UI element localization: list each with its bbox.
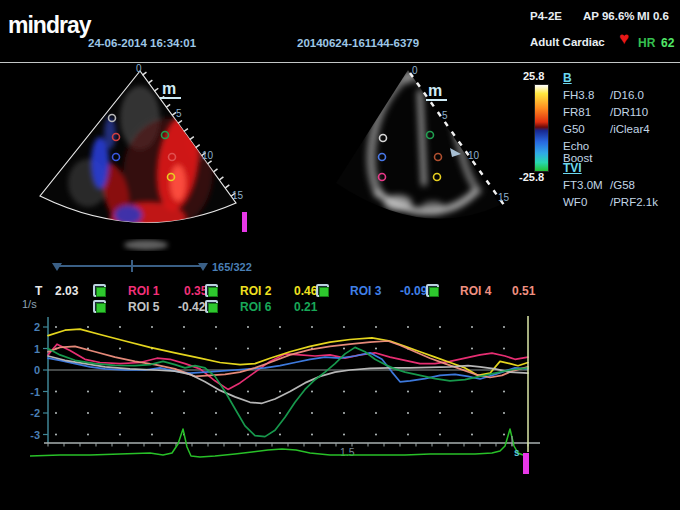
y-axis-ticks: 210-1-2-3 xyxy=(30,321,48,441)
param-row: WF0/PRF2.1k xyxy=(563,196,658,208)
acoustic-power: AP 96.6% xyxy=(583,10,635,22)
orientation-marker-underline xyxy=(160,97,181,99)
left-frame-marker xyxy=(242,212,247,232)
mindray-logo: mindray xyxy=(8,12,90,39)
colorbar-max: 25.8 xyxy=(523,70,544,82)
param-label: FH3.8 xyxy=(563,89,610,101)
param-value: /G58 xyxy=(610,179,635,191)
hr-label: HR xyxy=(638,36,655,50)
transducer-artifact xyxy=(124,240,168,250)
param-row: FR81/DR110 xyxy=(563,106,648,118)
param-row: G50/iClear4 xyxy=(563,123,650,135)
depth-label-15: 15 xyxy=(232,190,244,201)
param-value: /PRF2.1k xyxy=(610,196,658,208)
svg-text:2: 2 xyxy=(34,321,40,333)
param-label: G50 xyxy=(563,123,610,135)
svg-text:-3: -3 xyxy=(30,429,40,441)
colorbar-min: -25.8 xyxy=(519,171,544,183)
color-doppler-image[interactable]: 0 5 10 15 m xyxy=(28,63,263,253)
bmode-section-title: B xyxy=(563,71,572,85)
strain-rate-chart[interactable]: 165/322 1/s 210-1-2-3 1.5 s xyxy=(0,255,560,505)
heart-icon: ♥ xyxy=(619,33,629,45)
roi-curves xyxy=(48,329,528,437)
probe-name: P4-2E xyxy=(530,10,562,22)
svg-text:0: 0 xyxy=(34,364,40,376)
param-label: FT3.0M xyxy=(563,179,610,191)
depth-label-5: 5 xyxy=(442,110,448,121)
orientation-marker-underline xyxy=(426,99,447,101)
param-label: WF0 xyxy=(563,196,610,208)
depth-label-0: 0 xyxy=(136,63,142,74)
frame-counter: 165/322 xyxy=(212,261,252,273)
param-row: FH3.8/D16.0 xyxy=(563,89,644,101)
depth-label-0: 0 xyxy=(412,65,418,76)
ecg-frame-marker[interactable] xyxy=(523,453,529,474)
orientation-marker-icon: m xyxy=(162,80,176,97)
depth-label-10: 10 xyxy=(202,150,214,161)
svg-text:-2: -2 xyxy=(30,407,40,419)
tvi-colorbar xyxy=(534,84,549,172)
param-row: FT3.0M/G58 xyxy=(563,179,635,191)
param-value: /DR110 xyxy=(610,106,648,118)
param-label: FR81 xyxy=(563,106,610,118)
depth-label-15: 15 xyxy=(498,192,510,203)
param-value: /iClear4 xyxy=(610,123,650,135)
x-tick-label: 1.5 xyxy=(340,446,355,458)
curve-roi-4 xyxy=(48,341,528,378)
depth-label-10: 10 xyxy=(468,150,480,161)
tvi-section-title: TVI xyxy=(563,161,582,175)
exam-datetime: 24-06-2014 16:34:01 xyxy=(88,37,196,49)
exam-preset: Adult Cardiac xyxy=(530,36,605,48)
y-axis-unit: 1/s xyxy=(22,298,37,310)
grid-dots xyxy=(55,326,505,435)
orientation-marker-icon: m xyxy=(428,82,442,99)
svg-text:-1: -1 xyxy=(30,386,40,398)
ultrasound-screen: mindray 24-06-2014 16:34:01 20140624-161… xyxy=(0,0,680,510)
study-id: 20140624-161144-6379 xyxy=(297,37,419,49)
mechanical-index: MI 0.6 xyxy=(637,10,669,22)
depth-label-5: 5 xyxy=(176,108,182,119)
cine-progress-bar[interactable] xyxy=(52,260,208,272)
hr-value: 62 xyxy=(661,36,674,50)
time-unit-label: s xyxy=(514,447,520,458)
svg-text:1: 1 xyxy=(34,343,40,355)
param-value: /D16.0 xyxy=(610,89,644,101)
bmode-image[interactable]: 0 5 10 15 m xyxy=(328,63,540,253)
